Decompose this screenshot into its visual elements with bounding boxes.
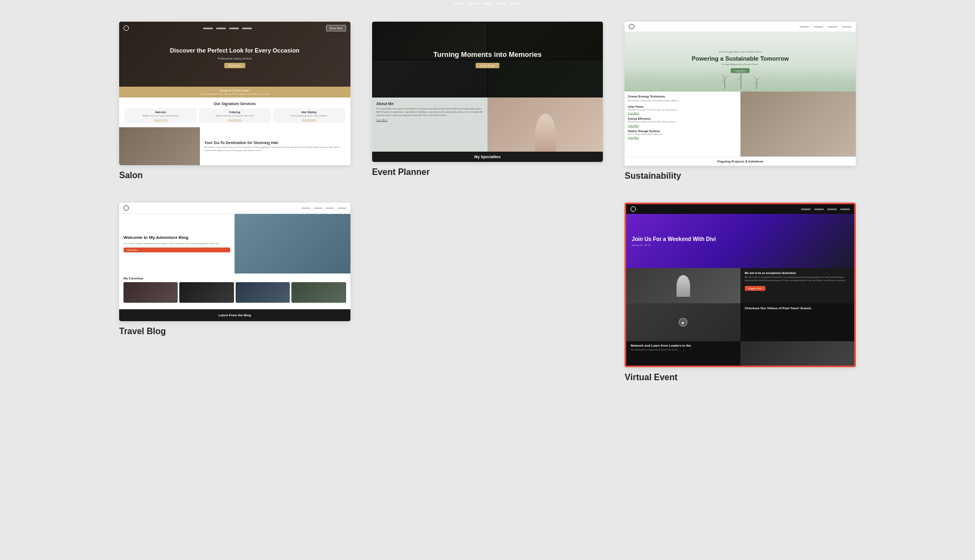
travel-nav-link [302,207,310,209]
salon-service-desc: Vibrant coloring to bring your hair to l… [201,114,269,117]
sustainability-label: Sustainability [625,171,856,181]
salon-band-sub: Book your appointment today and let us h… [121,93,348,95]
salon-nav-links [203,28,252,29]
virtual-person-image [626,268,740,303]
salon-service-btn: View Services [275,118,343,121]
travel-nav-link [337,207,346,209]
sustain-left: Green Energy Solutions We provide cuttin… [625,92,740,157]
event-specialties: My Specialties [372,152,603,162]
virtual-nav-link [840,209,850,210]
sustain-item-desc: Reduce your carbon footprint with smart … [628,120,737,123]
virtual-person-silhouette [677,275,690,297]
virtual-section-1: We aim to be an exceptional destination … [626,268,854,303]
sustain-item-desc: Harness the power of the sun with our so… [628,108,737,112]
travel-hero-title: Welcome to My Adventure Blog [123,235,230,240]
salon-preview: Book Now Discover the Perfect Look for E… [119,22,350,165]
travel-img-2 [179,282,233,303]
travel-nav [119,203,350,214]
salon-nav-link [229,28,239,29]
sustain-content: Green Energy Solutions We provide cuttin… [625,92,856,157]
virtual-event-card[interactable]: Join Us For a Weekend With Divi January … [625,203,856,387]
virtual-network-image [740,341,854,366]
virtual-section-2: ▶ Checkout Our Videos of Past Years' Eve… [626,303,854,341]
salon-bottom-desc: We believe every client deserves to feel… [204,146,346,152]
salon-service-name: Haircuts [127,110,194,114]
virtual-logo [630,206,636,212]
salon-services-title: Our Signature Services [125,102,345,106]
event-planner-label: Event Planner [372,167,603,177]
event-hero: Turning Moments into Memories Get In Tou… [372,22,603,97]
template-gallery: Book Now Discover the Perfect Look for E… [108,11,867,398]
sustain-nav-link [814,26,823,28]
sustain-nav-link [842,26,851,28]
virtual-video-title: Checkout Our Videos of Past Years' Event… [745,307,850,310]
event-hero-cta: Get In Touch [476,63,499,68]
salon-services-grid: Haircuts Skilled cuts to suit your style… [125,108,345,123]
salon-service-desc: Skilled cuts to suit your style and tast… [127,114,194,117]
virtual-section-text: We aim to be an exceptional destination … [740,268,854,303]
sustain-nav-link [800,26,809,28]
salon-band-text: Ready for a Fresh Look? [121,89,348,92]
virtual-network-title: Network and Learn from Leaders in the [630,344,736,347]
virtual-hero-sub: January 28 - 30 '24 [632,244,650,246]
salon-nav-cta: Book Now [326,25,346,31]
travel-favorites-title: My Favorites [123,277,346,280]
virtual-event-label: Virtual Event [625,373,856,382]
sustainability-preview: Green Energy Solutions for a Greater Fut… [625,22,856,166]
sustain-item-3: Battery Storage Systems Store energy eff… [628,129,737,139]
virtual-hero-title: Join Us For a Weekend With Divi [632,236,716,243]
salon-card[interactable]: Book Now Discover the Perfect Look for E… [119,22,350,181]
virtual-nav-link [801,209,811,210]
event-about-title: About Me [376,102,483,106]
windmills [716,69,765,90]
travel-nav-link [314,207,322,209]
salon-service-desc: Professional styling for every occasion [275,114,343,117]
sustain-item-desc: Store energy efficiently for later use. [628,133,737,136]
travel-hero-text: Welcome to My Adventure Blog Join me as … [119,214,235,274]
travel-hero-desc: Join me as I explore breathtaking destin… [123,242,230,245]
salon-hero-title: Discover the Perfect Look for Every Occa… [170,47,300,55]
salon-band: Ready for a Fresh Look? Book your appoin… [119,87,350,97]
salon-service-item: Coloring Vibrant coloring to bring your … [199,108,271,123]
virtual-video-image: ▶ [626,303,740,341]
sustain-nav [625,22,856,32]
sustain-nav-links [800,26,851,28]
sustain-logo [629,24,634,29]
salon-services-section: Our Signature Services Haircuts Skilled … [119,97,350,127]
virtual-nav-link [814,209,824,210]
event-planner-card[interactable]: Turning Moments into Memories Get In Tou… [372,22,603,181]
sustain-right-image [740,92,856,157]
salon-bottom-text: Your Go-To Destination for Stunning Hair… [200,127,350,165]
travel-favorites: My Favorites [119,274,350,306]
event-about: About Me I'm a passionate event planner … [372,97,603,152]
sustain-windmill-area [625,64,856,92]
sustain-item-btn: Learn More [628,136,737,139]
salon-logo [123,25,129,31]
svg-line-12 [755,77,757,80]
salon-service-item: Haircuts Skilled cuts to suit your style… [125,108,197,123]
travel-hero-image [235,214,350,274]
salon-service-name: Coloring [201,110,269,114]
sustain-left-title: Green Energy Solutions [628,95,737,98]
virtual-hero: Join Us For a Weekend With Divi January … [626,214,854,268]
virtual-network-text: Network and Learn from Leaders in the Jo… [626,341,740,366]
virtual-section-3: Network and Learn from Leaders in the Jo… [626,341,854,366]
svg-line-13 [757,78,759,80]
virtual-play-button: ▶ [679,318,687,327]
travel-blog-card[interactable]: Welcome to My Adventure Blog Join me as … [119,203,350,387]
virtual-nav [626,204,854,214]
sustain-hero-top: Green Energy Solutions for a Greater Fut… [719,50,762,53]
sustain-item-btn: Learn More [628,112,737,114]
travel-footer-text: Latest From the Blog [123,314,346,317]
sustainability-card[interactable]: Green Energy Solutions for a Greater Fut… [625,22,856,181]
travel-img-3 [236,282,290,303]
event-about-desc: I'm a passionate event planner dedicated… [376,107,483,117]
travel-blog-label: Travel Blog [119,327,350,336]
sustain-item-btn: Learn More [628,124,737,127]
sustain-nav-link [828,26,837,28]
travel-hero: Welcome to My Adventure Blog Join me as … [119,214,350,274]
salon-hero-cta: Book Now [224,63,245,68]
virtual-network-desc: Join thousands of experts from around th… [630,348,736,351]
sustain-footer-label: Ongoing Projects & Initiatives [625,157,856,166]
svg-line-3 [725,76,727,78]
